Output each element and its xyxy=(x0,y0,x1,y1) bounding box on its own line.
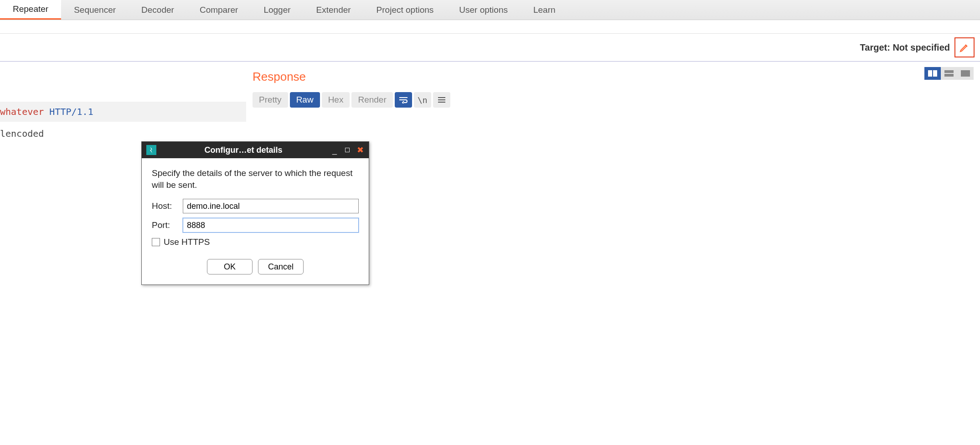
target-row: Target: Not specified xyxy=(0,34,980,62)
dialog-titlebar[interactable]: Configur…et details _ ✖ xyxy=(142,142,369,158)
layout-toggle-group xyxy=(924,67,974,80)
tab-decoder[interactable]: Decoder xyxy=(129,0,187,20)
response-tab-render[interactable]: Render xyxy=(351,92,392,108)
request-path-fragment: whatever xyxy=(0,106,44,117)
tab-sequencer[interactable]: Sequencer xyxy=(61,0,129,20)
sub-tab-row xyxy=(0,20,980,34)
response-tab-hex[interactable]: Hex xyxy=(322,92,350,108)
svg-rect-3 xyxy=(944,74,954,77)
main-tabbar: Repeater Sequencer Decoder Comparer Logg… xyxy=(0,0,980,20)
rows-icon xyxy=(944,70,954,77)
port-label: Port: xyxy=(152,220,177,230)
window-maximize-button[interactable] xyxy=(343,146,351,154)
window-minimize-button[interactable]: _ xyxy=(330,146,339,154)
host-input[interactable] xyxy=(183,199,359,213)
use-https-label: Use HTTPS xyxy=(164,237,210,247)
request-line-1: whatever HTTP/1.1 xyxy=(0,102,246,122)
tab-user-options[interactable]: User options xyxy=(446,0,521,20)
port-input[interactable] xyxy=(183,218,359,233)
tab-learn[interactable]: Learn xyxy=(521,0,568,20)
wrap-toggle-button[interactable] xyxy=(395,92,412,108)
svg-rect-2 xyxy=(944,70,954,73)
tab-logger[interactable]: Logger xyxy=(251,0,303,20)
target-config-dialog: Configur…et details _ ✖ Specify the deta… xyxy=(141,141,369,285)
window-close-button[interactable]: ✖ xyxy=(356,146,364,154)
ok-button[interactable]: OK xyxy=(207,259,253,274)
cancel-button[interactable]: Cancel xyxy=(258,259,304,274)
host-label: Host: xyxy=(152,201,177,211)
tab-repeater[interactable]: Repeater xyxy=(0,0,61,20)
dialog-title: Configur…et details xyxy=(161,145,326,155)
single-icon xyxy=(961,70,970,77)
newline-toggle-button[interactable]: \n xyxy=(414,92,431,108)
tab-extender[interactable]: Extender xyxy=(304,0,364,20)
layout-columns-button[interactable] xyxy=(924,67,941,80)
edit-target-button[interactable] xyxy=(954,37,975,57)
response-view-tabs: Pretty Raw Hex Render \n xyxy=(253,92,975,108)
hamburger-icon xyxy=(438,97,446,103)
response-heading: Response xyxy=(253,70,975,84)
wrap-icon xyxy=(398,96,408,103)
request-http-version: HTTP/1.1 xyxy=(44,106,93,117)
use-https-checkbox[interactable] xyxy=(152,238,160,246)
request-line-2: lencoded xyxy=(0,122,246,142)
pencil-icon xyxy=(959,42,970,53)
close-icon: ✖ xyxy=(357,145,364,155)
columns-icon xyxy=(928,70,937,77)
svg-rect-1 xyxy=(933,70,937,77)
newline-icon: \n xyxy=(418,95,428,105)
tab-comparer[interactable]: Comparer xyxy=(187,0,251,20)
tab-project-options[interactable]: Project options xyxy=(364,0,447,20)
minimize-icon: _ xyxy=(332,145,337,155)
response-tab-raw[interactable]: Raw xyxy=(290,92,320,108)
svg-rect-4 xyxy=(961,70,970,77)
layout-tabs-button[interactable] xyxy=(957,67,974,80)
layout-rows-button[interactable] xyxy=(941,67,957,80)
target-label: Target: Not specified xyxy=(860,42,950,53)
burp-icon xyxy=(149,147,154,153)
svg-rect-0 xyxy=(928,70,932,77)
maximize-icon xyxy=(345,148,350,152)
hamburger-button[interactable] xyxy=(433,92,450,108)
response-tab-pretty[interactable]: Pretty xyxy=(253,92,288,108)
app-icon xyxy=(146,145,156,155)
dialog-instructions: Specify the details of the server to whi… xyxy=(152,167,359,191)
